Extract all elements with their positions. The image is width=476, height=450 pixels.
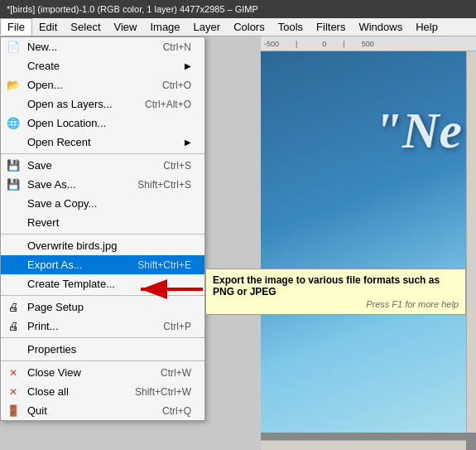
menu-view[interactable]: View (108, 18, 144, 36)
create-arrow: ▶ (185, 61, 191, 70)
overwrite-label: Overwrite birds.jpg (27, 240, 117, 252)
open-layers-shortcut: Ctrl+Alt+O (145, 99, 191, 110)
open-location-icon: 🌐 (6, 116, 21, 131)
menu-item-overwrite[interactable]: Overwrite birds.jpg (1, 236, 204, 255)
menu-bar: File Edit Select View Image Layer Colors… (0, 18, 476, 36)
menu-item-open[interactable]: 📂 Open... Ctrl+O (1, 75, 204, 94)
menu-item-export-as[interactable]: Export As... Shift+Ctrl+E (1, 255, 204, 274)
export-as-shortcut: Shift+Ctrl+E (137, 259, 191, 271)
menu-item-properties[interactable]: Properties (1, 340, 204, 359)
save-icon: 💾 (6, 158, 21, 173)
menu-item-open-recent[interactable]: Open Recent ▶ (1, 133, 204, 152)
canvas-content: "Ne (261, 51, 466, 433)
separator-1 (1, 153, 204, 154)
menu-item-print[interactable]: 🖨 Print... Ctrl+P (1, 317, 204, 336)
overwrite-icon (6, 239, 21, 254)
open-layers-label: Open as Layers... (27, 98, 113, 110)
title-text: *[birds] (imported)-1.0 (RGB color, 1 la… (7, 4, 258, 14)
open-recent-arrow: ▶ (185, 138, 191, 147)
page-setup-label: Page Setup (27, 301, 84, 313)
file-dropdown-menu: 📄 New... Ctrl+N Create ▶ 📂 Open... Ctrl+… (0, 36, 205, 421)
menu-item-save-copy[interactable]: Save a Copy... (1, 194, 204, 213)
new-label: New... (27, 41, 57, 53)
create-template-icon (6, 277, 21, 292)
properties-icon (6, 342, 21, 357)
close-view-label: Close View (27, 366, 81, 379)
menu-item-close-view[interactable]: ✕ Close View Ctrl+W (1, 363, 204, 382)
menu-item-close-all[interactable]: ✕ Close all Shift+Ctrl+W (1, 382, 204, 401)
print-label: Print... (27, 320, 59, 332)
export-icon (6, 258, 21, 273)
open-recent-icon (6, 135, 21, 150)
create-label: Create (27, 60, 60, 72)
create-template-label: Create Template... (27, 278, 115, 290)
open-label: Open... (27, 79, 63, 91)
save-copy-label: Save a Copy... (27, 197, 97, 210)
export-as-label: Export As... (27, 259, 82, 271)
menu-item-create[interactable]: Create ▶ (1, 56, 204, 75)
open-layers-icon (6, 97, 21, 112)
new-shortcut: Ctrl+N (163, 41, 191, 53)
quit-shortcut: Ctrl+Q (162, 405, 191, 417)
menu-item-new[interactable]: 📄 New... Ctrl+N (1, 37, 204, 56)
menu-item-save-as[interactable]: 💾 Save As... Shift+Ctrl+S (1, 175, 204, 194)
print-shortcut: Ctrl+P (163, 321, 191, 332)
close-view-icon: ✕ (6, 365, 21, 380)
open-location-label: Open Location... (27, 117, 106, 129)
close-all-shortcut: Shift+Ctrl+W (135, 386, 191, 398)
close-view-shortcut: Ctrl+W (161, 367, 191, 379)
create-icon (6, 59, 21, 74)
save-as-icon: 💾 (6, 177, 21, 192)
menu-item-save[interactable]: 💾 Save Ctrl+S (1, 156, 204, 175)
new-icon: 📄 (6, 40, 21, 55)
menu-tools[interactable]: Tools (272, 18, 310, 36)
menu-edit[interactable]: Edit (32, 18, 64, 36)
tooltip-hint: Press F1 for more help (213, 299, 459, 309)
revert-label: Revert (27, 216, 59, 229)
separator-5 (1, 360, 204, 361)
scrollbar-horizontal[interactable] (261, 440, 466, 450)
canvas-text: "Ne (373, 101, 462, 160)
red-arrow (132, 277, 207, 302)
menu-item-open-layers[interactable]: Open as Layers... Ctrl+Alt+O (1, 94, 204, 114)
quit-label: Quit (27, 404, 47, 417)
print-icon: 🖨 (6, 319, 21, 334)
scrollbar-vertical[interactable] (466, 51, 476, 433)
main-area: ⬡ ▣ ◈ ✒ 📄 New... Ctrl+N Create ▶ 📂 Open.… (0, 36, 476, 450)
canvas-background: -500 | 0 | 500 "Ne (261, 36, 476, 450)
menu-colors[interactable]: Colors (227, 18, 272, 36)
save-as-shortcut: Shift+Ctrl+S (137, 179, 191, 191)
open-shortcut: Ctrl+O (162, 80, 191, 91)
properties-label: Properties (27, 343, 76, 356)
tooltip-title: Export the image to various file formats… (213, 274, 459, 298)
separator-4 (1, 337, 204, 338)
menu-item-quit[interactable]: 🚪 Quit Ctrl+Q (1, 401, 204, 420)
close-all-label: Close all (27, 385, 69, 398)
tooltip-box: Export the image to various file formats… (205, 269, 466, 315)
menu-item-revert[interactable]: Revert (1, 213, 204, 232)
title-bar: *[birds] (imported)-1.0 (RGB color, 1 la… (0, 0, 476, 18)
menu-windows[interactable]: Windows (352, 18, 409, 36)
close-all-icon: ✕ (6, 385, 21, 399)
save-shortcut: Ctrl+S (163, 160, 191, 172)
menu-image[interactable]: Image (143, 18, 186, 36)
ruler-horizontal: -500 | 0 | 500 (261, 36, 476, 51)
revert-icon (6, 215, 21, 230)
open-recent-label: Open Recent (27, 136, 91, 148)
menu-help[interactable]: Help (409, 18, 445, 36)
save-label: Save (27, 159, 52, 172)
open-icon: 📂 (6, 78, 21, 93)
save-copy-icon (6, 196, 21, 211)
menu-item-open-location[interactable]: 🌐 Open Location... (1, 114, 204, 133)
menu-layer[interactable]: Layer (187, 18, 228, 36)
menu-file[interactable]: File (0, 18, 32, 36)
save-as-label: Save As... (27, 178, 76, 191)
menu-select[interactable]: Select (64, 18, 107, 36)
menu-filters[interactable]: Filters (310, 18, 352, 36)
separator-2 (1, 234, 204, 235)
page-setup-icon: 🖨 (6, 300, 21, 315)
quit-icon: 🚪 (6, 404, 21, 419)
